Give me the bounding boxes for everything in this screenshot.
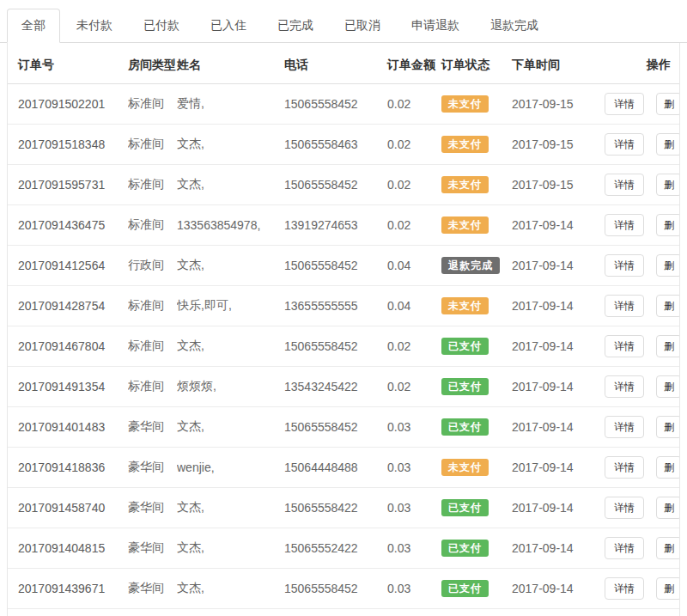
phone-cell: 15065558452	[284, 569, 387, 609]
column-header: 操作	[605, 43, 679, 84]
detail-button[interactable]: 详情	[605, 254, 644, 277]
detail-button[interactable]: 详情	[605, 497, 644, 519]
order-date-cell: 2017-09-15	[512, 84, 605, 125]
order-date-cell: 2017-09-14	[512, 367, 605, 407]
order-number-cell: 2017091404815	[8, 528, 128, 569]
amount-cell: 0.03	[387, 569, 441, 609]
order-date-cell: 2017-09-14	[512, 326, 605, 367]
order-number-cell: 2017091467804	[8, 326, 128, 367]
actions-cell: 详情 删	[605, 569, 679, 609]
status-tab-3[interactable]: 已付款	[129, 9, 194, 43]
detail-button[interactable]: 详情	[605, 416, 644, 438]
status-tab-2[interactable]: 未付款	[62, 9, 127, 43]
detail-button[interactable]: 详情	[605, 133, 644, 156]
status-tab-7[interactable]: 申请退款	[397, 9, 474, 43]
status-tab-6[interactable]: 已取消	[330, 9, 395, 43]
detail-button[interactable]: 详情	[605, 577, 644, 600]
phone-cell: 15065558452	[284, 246, 387, 286]
room-type-cell: 豪华间	[128, 448, 177, 488]
room-type-cell: 标准间	[128, 326, 177, 367]
detail-button[interactable]: 详情	[605, 93, 644, 115]
amount-cell: 0.02	[387, 84, 441, 125]
detail-button[interactable]: 详情	[605, 295, 644, 317]
guest-name-cell: 文杰,	[177, 246, 284, 286]
guest-name-cell: 爱情,	[177, 84, 284, 125]
table-row: 2017091458740 豪华间 文杰, 15065558422 0.03 已…	[8, 488, 679, 528]
room-type-cell: 标准间	[128, 165, 177, 205]
order-number-cell: 2017091458381	[8, 609, 128, 616]
status-badge: 未支付	[441, 459, 489, 476]
status-tab-8[interactable]: 退款完成	[476, 9, 553, 43]
detail-button[interactable]: 详情	[605, 537, 644, 559]
actions-cell: 详情 删	[605, 528, 679, 569]
order-number-cell: 2017091502201	[8, 84, 128, 125]
room-type-cell: 豪华间	[128, 609, 177, 616]
status-tab-5[interactable]: 已完成	[263, 9, 328, 43]
delete-button[interactable]: 删	[656, 295, 679, 317]
order-number-cell: 2017091428754	[8, 286, 128, 326]
delete-button[interactable]: 删	[656, 93, 679, 115]
status-badge: 未支付	[441, 217, 489, 234]
status-cell: 未支付	[441, 448, 512, 488]
detail-button[interactable]: 详情	[605, 375, 644, 398]
actions-cell: 详情 删	[605, 326, 679, 367]
delete-button[interactable]: 删	[656, 456, 679, 479]
delete-button[interactable]: 删	[656, 577, 679, 600]
delete-button[interactable]: 删	[656, 416, 679, 438]
delete-button[interactable]: 删	[656, 335, 679, 357]
delete-button[interactable]: 删	[656, 214, 679, 236]
delete-button[interactable]: 删	[656, 537, 679, 559]
column-header: 下单时间	[512, 43, 605, 84]
order-date-cell: 2017-09-14	[512, 286, 605, 326]
guest-name-cell: 文杰,	[177, 407, 284, 448]
amount-cell: 0.03	[387, 528, 441, 569]
delete-button[interactable]: 删	[656, 174, 679, 196]
guest-name-cell: 文杰,	[177, 165, 284, 205]
table-header-row: 订单号房间类型姓名电话订单金额订单状态下单时间操作	[8, 43, 679, 84]
detail-button[interactable]: 详情	[605, 214, 644, 236]
amount-cell: 0.02	[387, 165, 441, 205]
amount-cell: 0.03	[387, 488, 441, 528]
status-tab-1[interactable]: 全部	[7, 9, 60, 43]
delete-button[interactable]: 删	[656, 375, 679, 398]
order-number-cell: 2017091412564	[8, 246, 128, 286]
amount-cell: 0.02	[387, 205, 441, 246]
room-type-cell: 标准间	[128, 205, 177, 246]
detail-button[interactable]: 详情	[605, 335, 644, 357]
table-row: 2017091404815 豪华间 文杰, 15065552422 0.03 已…	[8, 528, 679, 569]
order-date-cell: 2017-09-14	[512, 448, 605, 488]
phone-cell: 15064448488	[284, 448, 387, 488]
phone-cell: 15065558452	[284, 84, 387, 125]
order-number-cell: 2017091439671	[8, 569, 128, 609]
status-cell: 退款完成	[441, 246, 512, 286]
table-row: 2017091436475 标准间 133563854978, 13919274…	[8, 205, 679, 246]
guest-name-cell: 文杰,	[177, 125, 284, 165]
amount-cell: 0.04	[387, 246, 441, 286]
table-row: 2017091467804 标准间 文杰, 15065558452 0.02 已…	[8, 326, 679, 367]
status-badge: 已支付	[441, 378, 489, 395]
delete-button[interactable]: 删	[656, 497, 679, 519]
phone-cell: 15065558463	[284, 125, 387, 165]
amount-cell: 0.03	[387, 407, 441, 448]
status-badge: 已支付	[441, 418, 489, 436]
status-tab-4[interactable]: 已入住	[196, 9, 261, 43]
order-date-cell: 2017-09-14	[512, 246, 605, 286]
room-type-cell: 豪华间	[128, 528, 177, 569]
status-badge: 已支付	[441, 540, 489, 557]
room-type-cell: 标准间	[128, 286, 177, 326]
order-date-cell: 2017-09-14	[512, 407, 605, 448]
actions-cell: 详情 删	[605, 609, 679, 616]
phone-cell: 15065558488	[284, 609, 387, 616]
status-badge: 退款完成	[441, 257, 500, 274]
detail-button[interactable]: 详情	[605, 174, 644, 196]
guest-name-cell: wenjie,	[177, 609, 284, 616]
room-type-cell: 标准间	[128, 367, 177, 407]
status-badge: 未支付	[441, 136, 489, 153]
status-cell: 已支付	[441, 609, 512, 616]
table-row: 2017091418836 豪华间 wenjie, 15064448488 0.…	[8, 448, 679, 488]
detail-button[interactable]: 详情	[605, 456, 644, 479]
actions-cell: 详情 删	[605, 246, 679, 286]
actions-cell: 详情 删	[605, 448, 679, 488]
delete-button[interactable]: 删	[656, 133, 679, 156]
delete-button[interactable]: 删	[656, 254, 679, 277]
